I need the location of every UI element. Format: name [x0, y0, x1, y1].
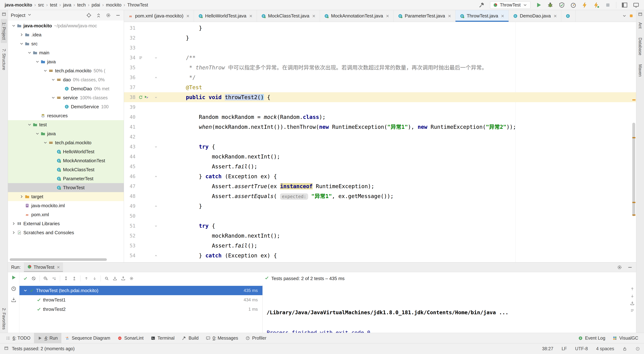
- window-icon[interactable]: [2, 12, 6, 16]
- stripe-button-maven[interactable]: Maven: [637, 61, 643, 80]
- project-tree-item[interactable]: main: [8, 48, 124, 57]
- toolwindow-button-terminal[interactable]: Terminal: [147, 333, 178, 343]
- close-icon[interactable]: ×: [186, 13, 190, 19]
- editor-tab[interactable]: C: [561, 10, 576, 22]
- line-separator[interactable]: LF: [562, 346, 567, 351]
- project-tree-item[interactable]: service100% classes: [8, 93, 124, 102]
- arrow-up-button[interactable]: [82, 276, 90, 281]
- editor-tab[interactable]: CThrowTest.java×: [456, 10, 508, 22]
- project-tree-item[interactable]: CThrowTest: [8, 183, 124, 192]
- breadcrumb-item[interactable]: test: [50, 2, 57, 8]
- bolt-icon[interactable]: [582, 2, 588, 8]
- project-tree-item[interactable]: CMockAnnotationTest: [8, 156, 124, 165]
- close-icon[interactable]: ×: [249, 13, 252, 19]
- horizontal-scrollbar[interactable]: [10, 258, 107, 261]
- tree-collapsed-arrow[interactable]: [10, 230, 17, 235]
- tree-expanded-arrow[interactable]: [50, 77, 56, 82]
- gear-icon[interactable]: [617, 264, 622, 270]
- toolwindow-button-6-todo[interactable]: 6: TODO: [2, 333, 34, 343]
- project-tree-item[interactable]: test: [8, 120, 124, 129]
- toolwindow-button-sonarlint[interactable]: SonarLint: [114, 333, 147, 343]
- breadcrumb-item[interactable]: java-mockito: [5, 2, 32, 8]
- profiler-run-icon[interactable]: [570, 2, 576, 8]
- chevron-down-icon[interactable]: [622, 14, 627, 18]
- fold-marker[interactable]: [152, 92, 160, 102]
- test-tree-item[interactable]: throwTest1434 ms: [20, 295, 262, 304]
- magnifier-button[interactable]: [102, 276, 111, 281]
- tree-expanded-arrow[interactable]: [26, 50, 33, 55]
- stripe-button-database[interactable]: Database: [637, 34, 643, 58]
- tree-collapsed-arrow[interactable]: [18, 32, 25, 37]
- project-tree-item[interactable]: src: [8, 39, 124, 48]
- close-icon[interactable]: ×: [554, 13, 557, 19]
- editor-tab[interactable]: CMockClassTest.java×: [257, 10, 320, 22]
- export-button[interactable]: [119, 276, 127, 281]
- project-tree-item[interactable]: java-mockito~/pdai/www/java-moc: [8, 21, 124, 30]
- project-tree-item[interactable]: tech.pdai.mockito: [8, 138, 124, 147]
- window-icon[interactable]: [4, 346, 9, 350]
- play-green-icon[interactable]: [536, 2, 542, 8]
- run-console[interactable]: /Library/Java/JavaVirtualMachines/jdk1.8…: [263, 285, 636, 333]
- run-test-icon[interactable]: [144, 95, 149, 100]
- project-tree-item[interactable]: java: [8, 129, 124, 138]
- tree-expanded-arrow[interactable]: [10, 24, 17, 28]
- orange-square-icon[interactable]: [629, 14, 634, 18]
- project-tree-item[interactable]: CDemoService100: [8, 102, 124, 111]
- editor-tab[interactable]: CMockAnnotationTest.java×: [320, 10, 394, 22]
- import-icon[interactable]: [630, 301, 635, 306]
- tool-buttons-icon[interactable]: [621, 2, 628, 8]
- play-green-icon[interactable]: [11, 275, 16, 280]
- breadcrumb-item[interactable]: pdai: [92, 2, 100, 8]
- bug-icon[interactable]: [547, 2, 554, 8]
- project-tree-item[interactable]: .idea: [8, 30, 124, 39]
- breadcrumb-item[interactable]: src: [38, 2, 44, 8]
- editor-tab[interactable]: CDemoDao.java×: [509, 10, 562, 22]
- toolwindow-button-sequence-diagram[interactable]: Sequence Diagram: [61, 333, 114, 343]
- project-tree-item[interactable]: java-mockito.iml: [8, 201, 124, 210]
- breadcrumb-item[interactable]: tech: [77, 2, 86, 8]
- gear-icon[interactable]: [106, 12, 111, 18]
- editor-tab[interactable]: CHelloWorldTest.java×: [194, 10, 257, 22]
- fold-marker[interactable]: [152, 221, 160, 231]
- monitor-icon[interactable]: [633, 2, 639, 8]
- rerun-test-icon[interactable]: [138, 95, 143, 100]
- close-icon[interactable]: ×: [386, 13, 389, 19]
- arrow-up-icon[interactable]: [630, 286, 635, 291]
- arrow-down-button[interactable]: [90, 276, 99, 281]
- project-tree-item[interactable]: resources: [8, 111, 124, 120]
- breadcrumb-item[interactable]: java: [63, 2, 71, 8]
- toolwindow-button-4-run[interactable]: 4: Run: [34, 333, 61, 343]
- check-green-button[interactable]: [21, 276, 30, 281]
- scrollbar-thumb[interactable]: [632, 123, 635, 216]
- project-tree-item[interactable]: External Libraries: [8, 219, 124, 228]
- tree-expanded-arrow[interactable]: [42, 140, 48, 145]
- caret-position[interactable]: 38:27: [542, 346, 553, 351]
- import-icon[interactable]: [11, 297, 16, 303]
- lines-icon[interactable]: [630, 308, 635, 313]
- toolwindow-button-0-messages[interactable]: 0: Messages: [202, 333, 242, 343]
- code-editor[interactable]: 31 }32 }3334 /**35 * thenThrow 中可以指定多个异常…: [124, 22, 636, 262]
- lines-icon[interactable]: [138, 56, 143, 60]
- indicator-icon[interactable]: [635, 346, 640, 351]
- stripe-button-2-favorites[interactable]: 2: Favorites: [1, 305, 7, 333]
- project-tree-item[interactable]: tech.pdai.mockito50% (: [8, 66, 124, 75]
- stop-disabled-icon[interactable]: [604, 2, 611, 8]
- circle-slash-button[interactable]: [30, 276, 38, 281]
- project-tree-item[interactable]: java: [8, 57, 124, 66]
- breadcrumb-item[interactable]: mockito: [106, 2, 122, 8]
- toolwindow-button-build[interactable]: Build: [178, 333, 202, 343]
- editor-scrollbar[interactable]: [631, 22, 636, 262]
- breadcrumb-item[interactable]: ThrowTest: [127, 2, 148, 8]
- project-tree-item[interactable]: dao0% classes, 0%: [8, 75, 124, 84]
- bolt2-icon[interactable]: [593, 2, 600, 8]
- close-icon[interactable]: ×: [448, 13, 451, 19]
- run-content-tab[interactable]: ThrowTest ×: [24, 262, 63, 272]
- fold-marker[interactable]: [152, 72, 160, 82]
- test-tree-item[interactable]: ThrowTest (tech.pdai.mockito)435 ms: [20, 286, 262, 295]
- hammer-icon[interactable]: [478, 2, 485, 8]
- minus-icon[interactable]: [115, 12, 121, 18]
- tree-expanded-arrow[interactable]: [50, 95, 56, 100]
- lock-icon[interactable]: [622, 346, 627, 351]
- tree-expanded-arrow[interactable]: [18, 41, 25, 46]
- test-tree-item[interactable]: throwTest21 ms: [20, 304, 262, 314]
